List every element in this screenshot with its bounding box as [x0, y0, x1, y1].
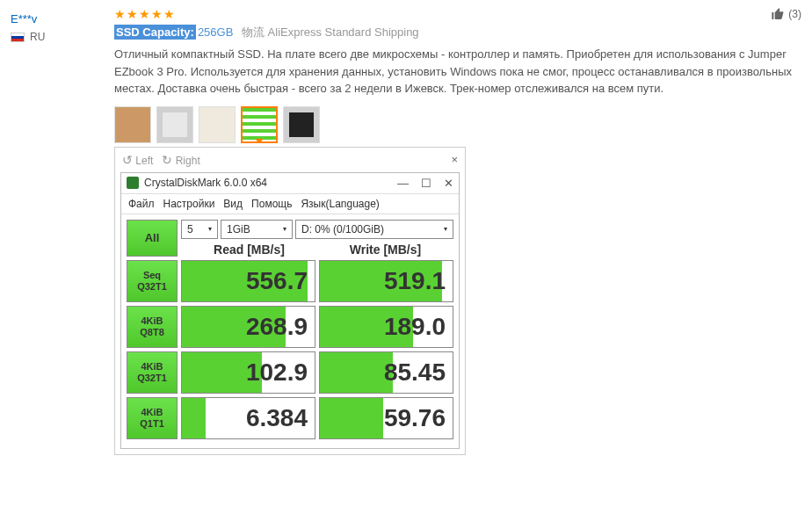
menu-settings[interactable]: Настройки	[163, 198, 215, 210]
chevron-down-icon: ▾	[208, 225, 212, 233]
chevron-down-icon: ▾	[283, 225, 286, 233]
read-value: 102.9	[181, 351, 315, 394]
iterations-select[interactable]: 5▾	[181, 220, 218, 239]
crystaldiskmark-window: CrystalDiskMark 6.0.0 x64 — ☐ ✕ Файл Нас…	[120, 172, 460, 449]
drive-select[interactable]: D: 0% (0/100GiB)▾	[295, 220, 453, 239]
arrow-right-icon: ↻	[162, 153, 172, 167]
reviewer-name[interactable]: E***v	[11, 12, 114, 25]
review-body: Отличный компактный SSD. На плате всего …	[114, 46, 801, 98]
helpful-count: (3)	[788, 8, 801, 20]
reviewer-country: RU	[11, 31, 114, 43]
write-value: 519.1	[319, 260, 453, 302]
app-icon	[127, 177, 139, 189]
capacity-value: 256GB	[198, 25, 233, 39]
chevron-down-icon: ▾	[444, 225, 447, 233]
menu-file[interactable]: Файл	[128, 198, 155, 210]
write-header: Write [MB/s]	[317, 243, 453, 257]
logistics-info: 物流 AliExpress Standard Shipping	[242, 25, 419, 39]
run-test-button[interactable]: SeqQ32T1	[127, 260, 178, 302]
window-title: CrystalDiskMark 6.0.0 x64	[144, 177, 267, 189]
review-photo-4[interactable]	[241, 106, 278, 143]
read-header: Read [MB/s]	[181, 243, 317, 257]
bench-row: SeqQ32T1556.7519.1	[127, 260, 453, 302]
bench-row: 4KiBQ8T8268.9189.0	[127, 306, 453, 348]
write-value: 85.45	[319, 351, 453, 394]
review-photo-3[interactable]	[199, 106, 236, 143]
photo-lightbox: ↺ Left ↻ Right × CrystalDiskMark 6.0.0 x…	[114, 147, 466, 455]
run-all-button[interactable]: All	[127, 220, 178, 257]
review-photo-1[interactable]	[114, 106, 151, 143]
read-value: 6.384	[181, 397, 315, 439]
bench-row: 4KiBQ1T16.38459.76	[127, 397, 453, 439]
minimize-button[interactable]: —	[397, 177, 409, 190]
write-value: 59.76	[319, 397, 453, 439]
test-size-select[interactable]: 1GiB▾	[221, 220, 293, 239]
menu-language[interactable]: Язык(Language)	[301, 198, 379, 210]
country-code: RU	[30, 31, 45, 43]
helpful-button[interactable]: (3)	[771, 7, 801, 21]
window-close-button[interactable]: ✕	[444, 177, 453, 190]
maximize-button[interactable]: ☐	[421, 177, 431, 190]
capacity-label: SSD Capacity:	[114, 25, 196, 40]
run-test-button[interactable]: 4KiBQ32T1	[127, 351, 178, 394]
menu-bar: Файл Настройки Вид Помощь Язык(Language)	[121, 194, 459, 214]
read-value: 268.9	[181, 306, 315, 348]
nav-right[interactable]: ↻ Right	[162, 153, 199, 167]
write-value: 189.0	[319, 306, 453, 348]
run-test-button[interactable]: 4KiBQ1T1	[127, 397, 178, 439]
nav-left[interactable]: ↺ Left	[122, 153, 153, 167]
review-photo-5[interactable]	[283, 106, 320, 143]
star-rating: ★★★★★	[114, 7, 176, 21]
flag-ru-icon	[11, 33, 25, 42]
arrow-left-icon: ↺	[122, 153, 133, 167]
run-test-button[interactable]: 4KiBQ8T8	[127, 306, 178, 348]
menu-view[interactable]: Вид	[223, 198, 243, 210]
review-photo-strip	[114, 106, 801, 143]
lightbox-close[interactable]: ×	[451, 153, 458, 166]
menu-help[interactable]: Помощь	[251, 198, 292, 210]
read-value: 556.7	[181, 260, 315, 302]
bench-row: 4KiBQ32T1102.985.45	[127, 351, 453, 394]
review-photo-2[interactable]	[156, 106, 193, 143]
thumbs-up-icon	[771, 7, 785, 21]
